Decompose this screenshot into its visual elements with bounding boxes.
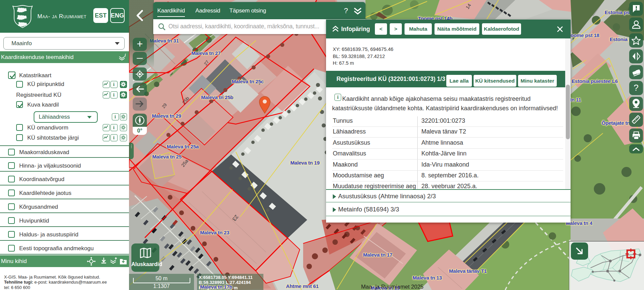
- svg-text:i: i: [113, 135, 115, 140]
- svg-text:i: i: [115, 114, 116, 119]
- svg-text:i: i: [113, 125, 115, 130]
- svg-text:i: i: [125, 53, 126, 58]
- svg-text:i: i: [113, 92, 115, 97]
- svg-text:i: i: [113, 82, 115, 87]
